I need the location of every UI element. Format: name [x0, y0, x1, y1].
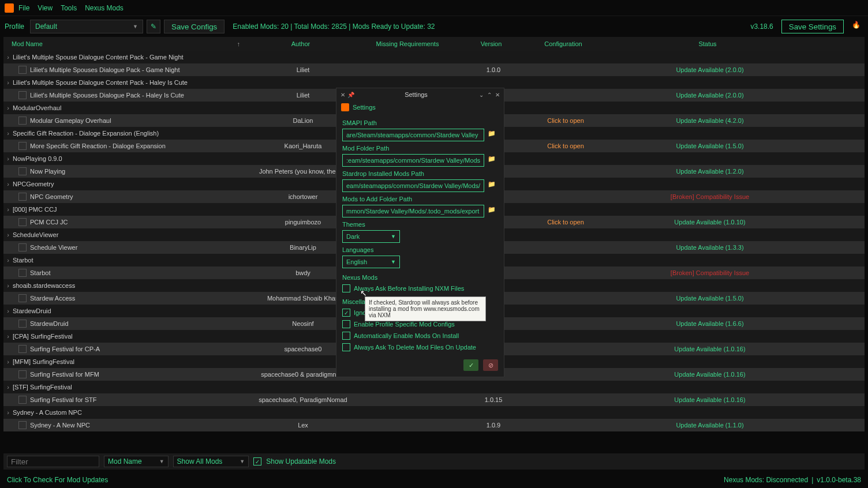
expand-icon[interactable]: ›: [3, 257, 13, 264]
expand-icon[interactable]: ›: [3, 79, 13, 86]
col-requirements[interactable]: Missing Requirements: [350, 40, 465, 47]
menu-view[interactable]: View: [38, 4, 53, 12]
show-updatable-checkbox[interactable]: ✓: [253, 457, 261, 466]
chevron-down-icon: ▼: [133, 24, 138, 29]
folder-icon[interactable]: 📁: [488, 130, 498, 140]
close-icon[interactable]: ✕: [339, 91, 347, 99]
always-delete-checkbox[interactable]: [342, 343, 350, 351]
mod-config-link[interactable]: Click to open: [519, 142, 612, 149]
auto-enable-checkbox[interactable]: [342, 332, 350, 340]
sort-by-select[interactable]: Mod Name ▼: [104, 456, 169, 467]
tooltip: If checked, Stardrop will always ask bef…: [365, 296, 486, 321]
ignore-hidden-checkbox[interactable]: ✓: [342, 309, 350, 317]
save-settings-button[interactable]: Save Settings: [781, 20, 844, 33]
dialog-titlebar[interactable]: ✕ 📌 Settings ⌄ ⌃ ✕: [336, 88, 504, 101]
col-configuration[interactable]: Configuration: [517, 40, 609, 47]
minimize-icon[interactable]: ⌄: [477, 91, 485, 99]
app-version: v1.0.0-beta.38: [817, 476, 861, 484]
maximize-icon[interactable]: ⌃: [485, 91, 493, 99]
expand-icon[interactable]: ›: [3, 181, 13, 187]
mod-status: Update Available (1.6.6): [612, 320, 808, 327]
cancel-button[interactable]: ⊘: [483, 359, 498, 371]
check-updates-link[interactable]: Click To Check For Mod Updates: [7, 476, 108, 484]
smapi-path-label: SMAPI Path: [342, 119, 498, 126]
col-mod-name[interactable]: Mod Name ↑: [3, 40, 252, 47]
expand-icon[interactable]: ›: [3, 333, 13, 340]
languages-select[interactable]: English ▼: [342, 256, 400, 268]
col-status[interactable]: Status: [609, 40, 806, 47]
profile-label: Profile: [5, 22, 24, 31]
mod-config-link[interactable]: Click to open: [519, 219, 612, 226]
expand-icon[interactable]: ›: [3, 155, 13, 162]
table-row[interactable]: › Sydney - A Custom NPC: [3, 406, 865, 419]
mod-checkbox[interactable]: [18, 243, 27, 251]
mod-checkbox[interactable]: [18, 345, 27, 353]
filter-bar: Mod Name ▼ Show All Mods ▼ ✓ Show Updata…: [3, 453, 865, 470]
enable-profile-label: Enable Profile Specific Mod Configs: [354, 321, 455, 328]
expand-icon[interactable]: ›: [3, 231, 13, 238]
expand-icon[interactable]: ›: [3, 54, 13, 61]
mod-checkbox[interactable]: [18, 294, 27, 302]
expand-icon[interactable]: ›: [3, 130, 13, 137]
menu-nexus[interactable]: Nexus Mods: [85, 4, 124, 12]
always-ask-nxm-checkbox[interactable]: [342, 284, 350, 292]
fire-icon[interactable]: 🔥: [852, 21, 863, 32]
menu-file[interactable]: File: [18, 4, 29, 12]
mod-checkbox[interactable]: [18, 193, 27, 201]
ok-button[interactable]: ✓: [463, 359, 478, 371]
expand-icon[interactable]: ›: [3, 358, 13, 365]
mod-config-link[interactable]: Click to open: [519, 117, 612, 124]
expand-icon[interactable]: ›: [3, 384, 13, 391]
mod-folder-name: Starbot: [13, 257, 249, 264]
mod-checkbox[interactable]: [18, 421, 27, 429]
pin-icon[interactable]: 📌: [347, 91, 355, 99]
menu-tools[interactable]: Tools: [61, 4, 77, 12]
table-row[interactable]: › [STF] SurfingFestival: [3, 381, 865, 393]
table-row[interactable]: Sydney - A New NPC Lex 1.0.9 Update Avai…: [3, 419, 865, 431]
expand-icon[interactable]: ›: [3, 104, 13, 111]
col-version[interactable]: Version: [465, 40, 517, 47]
mod-status: Update Available (1.0.10): [612, 219, 808, 226]
expand-icon[interactable]: ›: [3, 307, 13, 314]
table-row[interactable]: Liliet's Multiple Spouses Dialogue Pack …: [3, 63, 865, 76]
mod-checkbox[interactable]: [18, 320, 27, 328]
expand-icon[interactable]: ›: [3, 206, 13, 213]
close-icon[interactable]: ✕: [493, 91, 502, 99]
mod-checkbox[interactable]: [18, 142, 27, 150]
profile-select[interactable]: Default ▼: [30, 20, 143, 33]
show-filter-select[interactable]: Show All Mods ▼: [173, 456, 249, 467]
table-row[interactable]: Surfing Festival for STF spacechase0, Pa…: [3, 393, 865, 406]
save-configs-button[interactable]: Save Configs: [164, 20, 225, 33]
mod-status: Update Available (2.0.0): [612, 66, 808, 73]
mod-checkbox[interactable]: [18, 370, 27, 378]
mod-checkbox[interactable]: [18, 91, 27, 99]
mod-checkbox[interactable]: [18, 269, 27, 277]
mod-count-status: Enabled Mods: 20 | Total Mods: 2825 | Mo…: [233, 22, 435, 31]
chevron-down-icon: ▼: [159, 459, 164, 464]
chevron-down-icon: ▼: [391, 259, 396, 265]
table-row[interactable]: › Liliet's Multiple Spouse Dialogue Cont…: [3, 76, 865, 89]
col-author[interactable]: Author: [252, 40, 350, 47]
enable-profile-checkbox[interactable]: [342, 320, 350, 328]
themes-select[interactable]: Dark ▼: [342, 230, 400, 243]
mod-checkbox[interactable]: [18, 167, 27, 175]
folder-icon[interactable]: 📁: [488, 206, 498, 216]
folder-icon[interactable]: 📁: [488, 155, 498, 166]
installed-path-input[interactable]: [342, 179, 484, 192]
mod-checkbox[interactable]: [18, 66, 27, 74]
mod-folder-name: [000] PMC CCJ: [13, 206, 249, 213]
mod-checkbox[interactable]: [18, 218, 27, 226]
dialog-title: Settings: [355, 91, 477, 98]
table-row[interactable]: › Liliet's Multiple Spouse Dialogue Cont…: [3, 51, 865, 63]
smapi-path-input[interactable]: [342, 129, 484, 141]
mod-checkbox[interactable]: [18, 117, 27, 125]
expand-icon[interactable]: ›: [3, 282, 13, 289]
filter-input[interactable]: [7, 456, 99, 467]
themes-value: Dark: [346, 233, 360, 240]
expand-icon[interactable]: ›: [3, 409, 13, 416]
modfolder-path-input[interactable]: [342, 154, 484, 167]
folder-icon[interactable]: 📁: [488, 181, 498, 191]
addfolder-path-input[interactable]: [342, 205, 484, 217]
profile-edit-button[interactable]: ✎: [147, 20, 160, 33]
mod-checkbox[interactable]: [18, 396, 27, 404]
